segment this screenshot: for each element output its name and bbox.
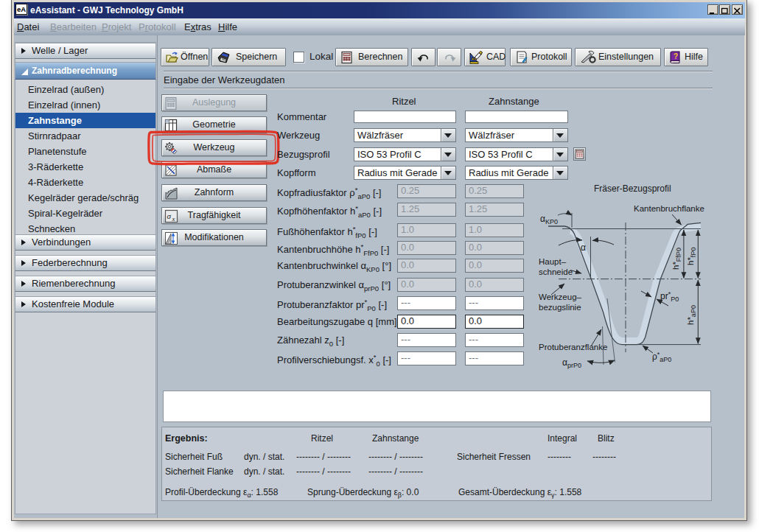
svg-text:h*fP0: h*fP0 [686, 248, 697, 265]
svg-text:Werkzeug–: Werkzeug– [539, 293, 582, 301]
svg-text:h*aP0: h*aP0 [686, 305, 697, 325]
svg-text:α: α [581, 242, 586, 253]
svg-text:h*FfP0: h*FfP0 [671, 248, 682, 270]
svg-text:Fräser-Bezugsprofil: Fräser-Bezugsprofil [594, 183, 671, 194]
svg-text:Protuberanzflanke: Protuberanzflanke [539, 343, 607, 351]
svg-text:αKP0: αKP0 [540, 214, 558, 225]
svg-text:ρ*aP0: ρ*aP0 [652, 351, 671, 363]
svg-text:Kantenbruchflanke: Kantenbruchflanke [634, 204, 704, 213]
svg-text:αprP0: αprP0 [562, 357, 581, 369]
svg-text:Haupt–: Haupt– [539, 257, 567, 266]
svg-text:?: ? [674, 52, 678, 60]
svg-text:σ: σ [167, 211, 172, 220]
svg-text:schneide: schneide [539, 267, 573, 276]
svg-text:bezugslinie: bezugslinie [539, 303, 581, 312]
svg-text:x: x [172, 215, 175, 223]
svg-text:pr*P0: pr*P0 [660, 290, 679, 303]
